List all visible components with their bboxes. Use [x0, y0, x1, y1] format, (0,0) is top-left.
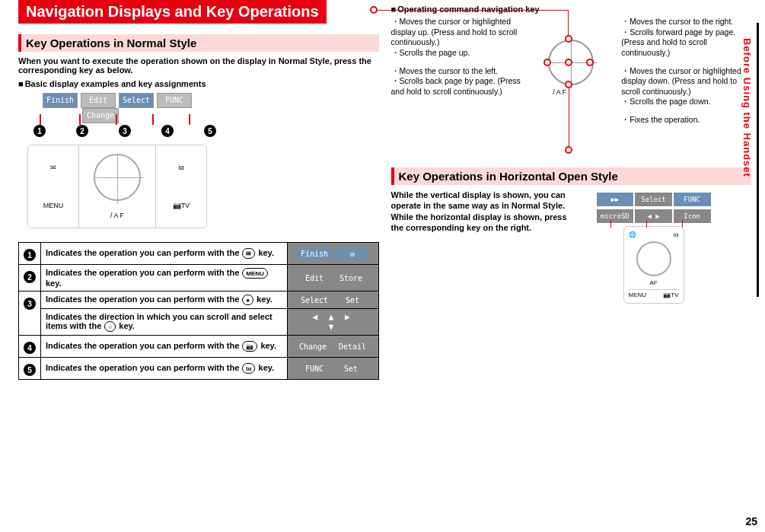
callout-5: 5 — [204, 125, 216, 137]
side-tab-label: Before Using the Handset — [741, 38, 753, 177]
callout-3: 3 — [119, 125, 131, 137]
table-row: 5 Indicates the operation you can perfor… — [19, 358, 379, 380]
chip-set: Set — [336, 295, 369, 305]
key-af-label: / A F — [110, 212, 124, 219]
hchip-select: Select — [635, 193, 672, 206]
key-operations-table: 1 Indicates the operation you can perfor… — [18, 242, 379, 380]
callout-1: 1 — [33, 125, 46, 137]
row-text-5: Indicates the operation you can perform … — [46, 363, 239, 372]
table-row: 3 Indicates the operation you can perfor… — [19, 291, 379, 309]
horizontal-style-illustration: ▶▶ Select FUNC microSD ◀ ▶ Icon 🌐iα AF M… — [589, 190, 719, 334]
side-rule — [757, 23, 759, 297]
callout-4: 4 — [161, 125, 174, 137]
row-num-4: 4 — [24, 342, 36, 354]
chip-finish: Finish — [296, 249, 333, 259]
nav-af-label: / A F — [553, 88, 566, 96]
section1-intro: When you want to execute the operation s… — [18, 56, 379, 75]
screen-chip-finish: Finish — [43, 93, 78, 108]
screen-chip-edit: Edit — [81, 93, 116, 108]
hchip-func: FUNC — [674, 193, 711, 206]
key-mail-icon: ✉ — [50, 164, 56, 171]
chip-change: Change — [295, 342, 331, 352]
nav-up-text: Moves the cursor or highlighted display … — [391, 17, 521, 59]
chip-store: Store — [334, 273, 368, 283]
mail-key-icon: ✉ — [242, 248, 255, 259]
nav-center-text: Fixes the operation. — [621, 115, 751, 126]
chip-func: FUNC — [298, 364, 331, 374]
key-assignment-illustration: Finish Edit Select FUNC Change 1 2 3 4 5 — [18, 91, 216, 236]
nav-down-text: Moves the cursor or highlighted display … — [621, 66, 751, 108]
table-row: 1 Indicates the operation you can perfor… — [19, 243, 379, 265]
row-num-5: 5 — [24, 364, 36, 376]
row-num-3: 3 — [24, 298, 36, 310]
section2-heading: Key Operations in Horizontal Open Style — [391, 167, 752, 185]
nav-right-text: Moves the cursor to the right. Scrolls f… — [621, 17, 751, 59]
section1-sublabel: Basic display examples and key assignmen… — [18, 79, 379, 88]
nav-left-text: Moves the cursor to the left. Scrolls ba… — [391, 66, 521, 97]
row-text-2: Indicates the operation you can perform … — [46, 268, 239, 277]
screen-chip-select: Select — [119, 93, 154, 108]
ia-key-icon: iα — [242, 363, 255, 374]
center-key-icon: ● — [242, 295, 253, 305]
key-menu-label: MENU — [43, 202, 64, 209]
table-row: Indicates the direction in which you can… — [19, 309, 379, 336]
hkey-cam-icon: 📷 — [663, 291, 671, 298]
table-row: 4 Indicates the operation you can perfor… — [19, 336, 379, 358]
hchip-icon: Icon — [674, 209, 711, 223]
table-row: 2 Indicates the operation you can perfor… — [19, 265, 379, 291]
chip-select: Select — [296, 295, 333, 305]
row-num-1: 1 — [24, 249, 36, 261]
hchip-arrows: ◀ ▶ — [635, 209, 672, 223]
row-text-3a: Indicates the operation you can perform … — [46, 295, 239, 304]
screen-chip-change: Change — [82, 108, 119, 123]
hkey-tv-label: TV — [671, 291, 678, 298]
hkey-af-label: AF — [629, 279, 679, 286]
hkey-nav-ring — [636, 241, 671, 276]
key-camera-icon: 📷 — [173, 202, 181, 209]
nav-key-diagram: Moves the cursor or highlighted display … — [391, 17, 752, 154]
keypad-illustration: ✉MENU / A F iα📷TV — [27, 145, 207, 228]
hkey-menu-label: MENU — [629, 291, 647, 298]
row-text-1: Indicates the operation you can perform … — [46, 248, 239, 257]
hkey-ia-label: iα — [674, 231, 678, 238]
callout-2: 2 — [76, 125, 88, 137]
key-ia-label: iα — [179, 164, 184, 171]
nav-ring-key-icon: ○ — [104, 321, 116, 332]
hkey-globe-icon: 🌐 — [629, 231, 636, 238]
row-text-3b: Indicates the direction in which you can… — [46, 312, 273, 330]
chip-set2: Set — [334, 364, 368, 374]
hchip-microsd: microSD — [597, 209, 634, 223]
section1-heading: Key Operations in Normal Style — [18, 34, 379, 52]
hchip-play: ▶▶ — [597, 193, 634, 206]
camera-key-icon: 📷 — [242, 341, 257, 352]
chip-mail-icon: ✉ — [336, 249, 369, 259]
menu-key-icon: MENU — [242, 268, 268, 279]
page-title: Navigation Displays and Key Operations — [18, 0, 327, 24]
chip-detail: Detail — [334, 342, 371, 352]
nav-key-label: Operating command navigation key — [391, 5, 752, 14]
chip-edit: Edit — [298, 273, 331, 283]
screen-chip-func: FUNC — [157, 93, 192, 108]
page-number: 25 — [745, 515, 757, 527]
row-num-2: 2 — [24, 271, 36, 283]
chip-arrows: ◀ ▲ ▶▼ — [292, 312, 374, 332]
key-tv-label: TV — [181, 202, 190, 209]
row-text-4: Indicates the operation you can perform … — [46, 341, 239, 350]
section2-text: While the vertical display is shown, you… — [391, 190, 582, 334]
